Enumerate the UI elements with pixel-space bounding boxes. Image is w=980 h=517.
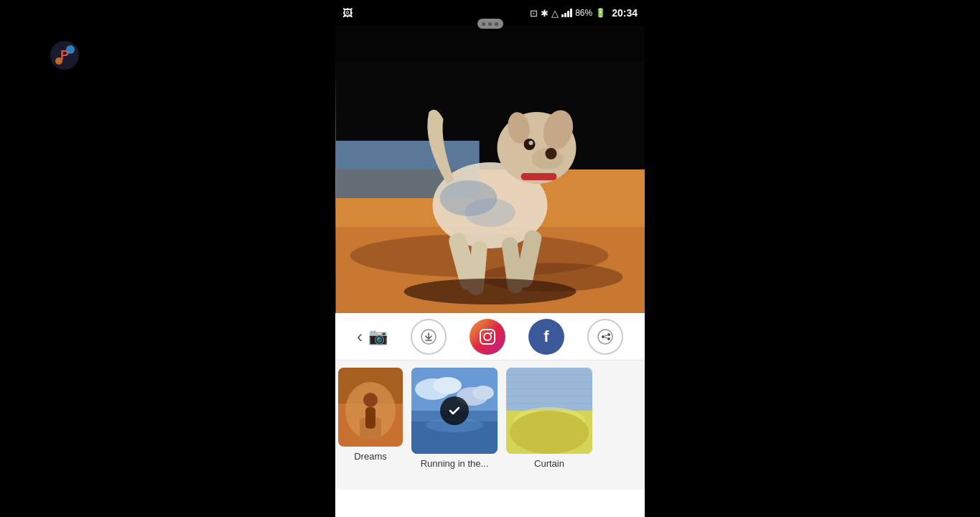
checkmark-icon	[447, 404, 462, 418]
facebook-label: f	[543, 327, 549, 346]
svg-rect-5	[335, 26, 645, 62]
photo-status-icon: 🖼	[342, 7, 353, 19]
dot-2	[488, 22, 492, 26]
svg-point-35	[602, 335, 605, 338]
svg-rect-24	[521, 173, 556, 180]
phone-frame: 🖼 ⊡ ✱ △ 86% 🔋 20:34	[335, 0, 645, 517]
curtain-preview-svg	[506, 368, 592, 454]
dot-1	[482, 22, 485, 26]
right-black-panel	[643, 0, 980, 517]
svg-point-21	[545, 148, 556, 159]
svg-point-36	[607, 337, 610, 340]
status-left-icons: 🖼	[342, 7, 353, 19]
dot-3	[495, 22, 498, 26]
left-black-panel	[0, 0, 335, 517]
svg-rect-11	[335, 141, 479, 169]
battery-percentage: 86%	[575, 8, 592, 18]
dreams-thumbnail	[338, 368, 403, 447]
svg-point-31	[484, 333, 491, 340]
svg-point-43	[363, 393, 378, 407]
facebook-button[interactable]: f	[528, 319, 564, 355]
back-button[interactable]: ‹	[357, 327, 363, 347]
curtain-thumbnail	[506, 368, 592, 454]
selected-check-overlay	[440, 396, 469, 425]
share-button[interactable]	[587, 319, 623, 355]
svg-line-38	[605, 337, 607, 338]
camera-icon[interactable]: 📷	[368, 327, 388, 346]
svg-point-50	[472, 386, 494, 400]
svg-point-3	[55, 57, 62, 65]
download-icon	[421, 329, 437, 345]
svg-point-62	[510, 411, 589, 454]
back-camera-group: ‹ 📷	[357, 327, 388, 347]
status-right-icons: ⊡ ✱ △ 86% 🔋 20:34	[530, 7, 638, 19]
svg-point-33	[598, 330, 612, 344]
running-label: Running in the...	[411, 458, 498, 469]
main-photo-display	[335, 26, 645, 313]
svg-point-2	[66, 45, 75, 54]
dreams-label: Dreams	[338, 451, 403, 462]
filter-running[interactable]: Running in the...	[411, 368, 498, 469]
svg-point-27	[403, 279, 576, 304]
instagram-icon	[479, 328, 496, 345]
filter-dreams[interactable]: Dreams	[338, 368, 403, 462]
cast-icon: ⊡	[530, 8, 538, 19]
svg-point-32	[490, 332, 493, 334]
signal-icon	[561, 9, 572, 17]
svg-line-37	[605, 335, 607, 336]
svg-point-26	[465, 198, 515, 227]
svg-rect-30	[480, 330, 495, 344]
wifi-icon: △	[551, 8, 559, 19]
dreams-preview-svg	[338, 368, 403, 447]
share-icon	[597, 329, 613, 345]
svg-point-23	[528, 141, 533, 145]
curtain-label: Curtain	[506, 458, 592, 469]
download-button[interactable]	[411, 319, 447, 355]
action-toolbar: ‹ 📷 f	[335, 313, 645, 360]
instagram-button[interactable]	[470, 319, 505, 355]
running-thumbnail	[411, 368, 498, 454]
svg-point-48	[433, 377, 462, 394]
time-display: 20:34	[612, 7, 638, 19]
app-logo: P	[49, 39, 80, 71]
filter-curtain[interactable]: Curtain	[506, 368, 592, 469]
battery-icon: 🔋	[595, 8, 606, 18]
filter-strip: Dreams	[335, 360, 645, 490]
more-options-button[interactable]	[477, 19, 503, 29]
bluetooth-icon: ✱	[541, 8, 549, 19]
svg-point-34	[607, 333, 610, 336]
svg-rect-44	[365, 407, 375, 429]
